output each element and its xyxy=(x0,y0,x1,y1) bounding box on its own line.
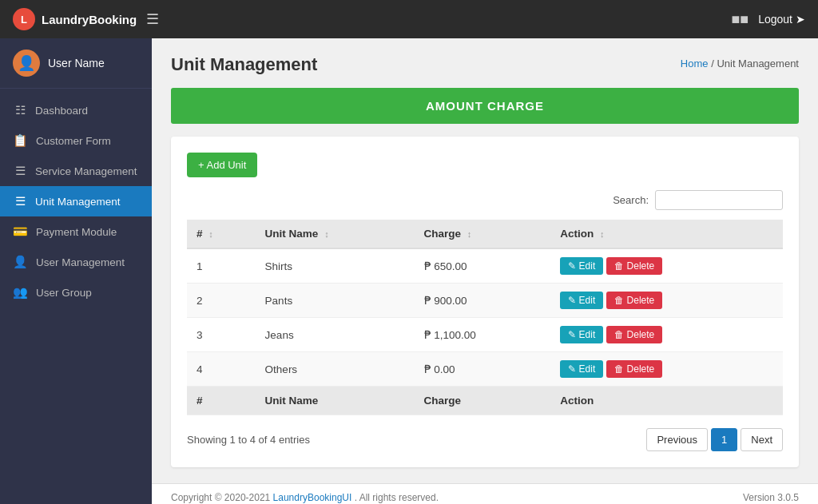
pagination: Previous 1 Next xyxy=(646,428,783,451)
page-1-button[interactable]: 1 xyxy=(711,428,737,451)
unit-management-icon: ☰ xyxy=(13,194,27,208)
hamburger-icon[interactable]: ☰ xyxy=(146,10,159,28)
sidebar-nav: ☷ Dashboard 📋 Customer Form ☰ Service Ma… xyxy=(0,89,152,504)
table-row: 4Others₱ 0.00✎ Edit🗑 Delete xyxy=(187,352,783,387)
main-card: + Add Unit Search: # ↕ xyxy=(171,137,799,467)
cell-charge: ₱ 0.00 xyxy=(415,352,551,387)
logout-icon: ➤ xyxy=(796,13,805,26)
cell-action: ✎ Edit🗑 Delete xyxy=(550,352,783,387)
sidebar-item-label: Dashboard xyxy=(35,105,88,117)
next-button[interactable]: Next xyxy=(741,428,783,451)
footer-col-action: Action xyxy=(550,387,783,415)
cell-unit-name: Shirts xyxy=(256,248,415,284)
sort-icon-action: ↕ xyxy=(600,229,605,239)
delete-button[interactable]: 🗑 Delete xyxy=(606,326,662,343)
entries-info: Showing 1 to 4 of 4 entries xyxy=(187,434,310,446)
search-input[interactable] xyxy=(655,190,783,210)
amount-charge-banner: AMOUNT CHARGE xyxy=(171,88,799,124)
logo-icon: L xyxy=(13,8,35,30)
cell-action: ✎ Edit🗑 Delete xyxy=(550,284,783,318)
table-footer: Showing 1 to 4 of 4 entries Previous 1 N… xyxy=(187,428,783,451)
footer-copyright: Copyright © 2020-2021 LaundryBookingUI .… xyxy=(171,492,439,503)
col-header-id[interactable]: # ↕ xyxy=(187,220,256,248)
footer-brand-link[interactable]: LaundryBookingUI xyxy=(273,492,352,503)
app-logo: L LaundryBooking xyxy=(13,8,137,30)
cell-id: 1 xyxy=(187,248,256,284)
footer-col-charge: Charge xyxy=(415,387,551,415)
footer-version: Version 3.0.5 xyxy=(743,492,799,503)
edit-button[interactable]: ✎ Edit xyxy=(560,326,603,343)
dashboard-icon: ☷ xyxy=(13,103,27,117)
table-header-row: # ↕ Unit Name ↕ Charge ↕ xyxy=(187,220,783,248)
top-header: L LaundryBooking ☰ ■■ Logout ➤ xyxy=(0,0,818,38)
breadcrumb: Home / Unit Management xyxy=(681,58,799,69)
app-footer: Copyright © 2020-2021 LaundryBookingUI .… xyxy=(152,483,818,504)
sidebar-item-label: Customer Form xyxy=(36,135,111,147)
edit-button[interactable]: ✎ Edit xyxy=(560,292,603,309)
table-body: 1Shirts₱ 650.00✎ Edit🗑 Delete2Pants₱ 900… xyxy=(187,248,783,387)
table-row: 1Shirts₱ 650.00✎ Edit🗑 Delete xyxy=(187,248,783,284)
search-label: Search: xyxy=(613,194,649,206)
delete-button[interactable]: 🗑 Delete xyxy=(606,257,662,275)
delete-button[interactable]: 🗑 Delete xyxy=(606,360,662,378)
avatar: 👤 xyxy=(13,50,40,77)
user-management-icon: 👤 xyxy=(13,255,28,269)
sidebar-item-user-management[interactable]: 👤 User Management xyxy=(0,247,152,277)
col-header-charge[interactable]: Charge ↕ xyxy=(415,220,551,248)
user-name-label: User Name xyxy=(48,57,105,69)
sidebar-item-label: Service Management xyxy=(35,165,137,177)
previous-button[interactable]: Previous xyxy=(646,428,708,451)
main-content: Unit Management Home / Unit Management A… xyxy=(152,38,818,504)
service-management-icon: ☰ xyxy=(13,164,27,178)
sort-icon-unit-name: ↕ xyxy=(324,229,329,239)
cell-id: 2 xyxy=(187,284,256,318)
cell-unit-name: Pants xyxy=(256,284,415,318)
sidebar-item-label: Unit Management xyxy=(35,196,121,208)
col-header-action[interactable]: Action ↕ xyxy=(550,220,783,248)
sidebar-item-label: User Management xyxy=(36,256,125,268)
edit-button[interactable]: ✎ Edit xyxy=(560,360,603,378)
sidebar-item-customer-form[interactable]: 📋 Customer Form xyxy=(0,125,152,156)
cell-charge: ₱ 1,100.00 xyxy=(415,318,551,352)
header-right: ■■ Logout ➤ xyxy=(731,11,805,28)
footer-col-id: # xyxy=(187,387,256,415)
sidebar-user: 👤 User Name xyxy=(0,38,152,89)
sidebar-item-user-group[interactable]: 👥 User Group xyxy=(0,277,152,308)
breadcrumb-home[interactable]: Home xyxy=(681,58,709,69)
sidebar-item-payment-module[interactable]: 💳 Payment Module xyxy=(0,216,152,247)
sort-icon-charge: ↕ xyxy=(467,229,472,239)
cell-charge: ₱ 650.00 xyxy=(415,248,551,284)
cell-charge: ₱ 900.00 xyxy=(415,284,551,318)
customer-form-icon: 📋 xyxy=(13,133,28,148)
app-container: 👤 User Name ☷ Dashboard 📋 Customer Form … xyxy=(0,38,818,504)
sort-icon-id: ↕ xyxy=(208,229,213,239)
col-header-unit-name[interactable]: Unit Name ↕ xyxy=(256,220,415,248)
sidebar: 👤 User Name ☷ Dashboard 📋 Customer Form … xyxy=(0,38,152,504)
add-unit-button[interactable]: + Add Unit xyxy=(187,153,257,177)
logout-button[interactable]: Logout ➤ xyxy=(758,13,805,26)
table-row: 2Pants₱ 900.00✎ Edit🗑 Delete xyxy=(187,284,783,318)
sidebar-item-dashboard[interactable]: ☷ Dashboard xyxy=(0,95,152,125)
sidebar-item-service-management[interactable]: ☰ Service Management xyxy=(0,156,152,186)
payment-module-icon: 💳 xyxy=(13,224,28,239)
table-toolbar: Search: xyxy=(187,190,783,210)
header-left: L LaundryBooking ☰ xyxy=(13,8,159,30)
edit-button[interactable]: ✎ Edit xyxy=(560,257,603,275)
footer-col-unit-name: Unit Name xyxy=(256,387,415,415)
breadcrumb-current: Unit Management xyxy=(717,58,799,69)
cell-unit-name: Jeans xyxy=(256,318,415,352)
cell-action: ✎ Edit🗑 Delete xyxy=(550,318,783,352)
sidebar-item-unit-management[interactable]: ☰ Unit Management xyxy=(0,186,152,216)
app-name: LaundryBooking xyxy=(42,13,137,26)
cell-id: 3 xyxy=(187,318,256,352)
data-table: # ↕ Unit Name ↕ Charge ↕ xyxy=(187,220,783,415)
sidebar-item-label: Payment Module xyxy=(36,226,117,238)
delete-button[interactable]: 🗑 Delete xyxy=(606,292,662,309)
table-footer-row: # Unit Name Charge Action xyxy=(187,387,783,415)
cell-unit-name: Others xyxy=(256,352,415,387)
cell-action: ✎ Edit🗑 Delete xyxy=(550,248,783,284)
grid-icon[interactable]: ■■ xyxy=(731,11,749,28)
table-row: 3Jeans₱ 1,100.00✎ Edit🗑 Delete xyxy=(187,318,783,352)
main-inner: Unit Management Home / Unit Management A… xyxy=(152,38,818,483)
page-header: Unit Management Home / Unit Management xyxy=(171,54,799,75)
